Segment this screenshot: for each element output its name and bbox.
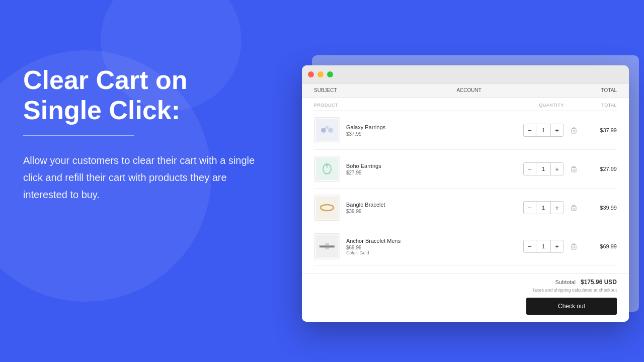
product-info-anchor: Anchor Bracelet Mens $69.99 Color: Gold: [346, 238, 521, 255]
item-total: $37.99: [582, 127, 617, 133]
svg-rect-11: [573, 166, 575, 167]
main-title: Clear Cart on Single Click:: [23, 65, 270, 126]
cart-item: Bangle Bracelet $39.99 − 1 +: [314, 189, 617, 227]
cart-footer: Subtotal $175.96 USD Taxes and shipping …: [302, 273, 629, 322]
svg-point-1: [321, 128, 326, 133]
browser-window: SUBJECT ACCOUNT TOTAL PRODUCT QUANTITY T…: [302, 65, 629, 322]
delete-btn[interactable]: [568, 202, 580, 214]
product-price: $37.99: [346, 131, 521, 137]
checkout-button[interactable]: Check out: [526, 298, 617, 315]
product-price: $27.99: [346, 170, 521, 175]
quantity-wrapper: − 1 +: [521, 124, 582, 137]
left-panel: Clear Cart on Single Click: Allow your c…: [23, 65, 270, 203]
qty-decrease-btn[interactable]: −: [524, 163, 536, 175]
svg-rect-4: [572, 129, 576, 133]
qty-increase-btn[interactable]: +: [551, 240, 563, 252]
quantity-wrapper: − 1 +: [521, 162, 582, 175]
item-total: $39.99: [582, 205, 617, 211]
svg-point-8: [326, 164, 329, 166]
col-header-quantity: QUANTITY: [521, 103, 582, 108]
svg-rect-10: [572, 167, 576, 172]
svg-point-2: [328, 128, 333, 133]
browser-content: SUBJECT ACCOUNT TOTAL PRODUCT QUANTITY T…: [302, 83, 629, 322]
qty-increase-btn[interactable]: +: [551, 124, 563, 136]
col-header-total: TOTAL: [582, 103, 617, 108]
qty-value: 1: [536, 202, 551, 214]
svg-rect-5: [573, 128, 575, 129]
store-account: ACCOUNT: [456, 87, 481, 93]
svg-rect-20: [572, 245, 576, 249]
quantity-wrapper: − 1 +: [521, 240, 582, 253]
product-name: Boho Earrings: [346, 163, 521, 169]
qty-value: 1: [536, 124, 551, 136]
qty-decrease-btn[interactable]: −: [524, 240, 536, 252]
subtotal-row: Subtotal $175.96 USD: [314, 279, 617, 286]
item-total: $27.99: [582, 166, 617, 172]
product-info-bangle: Bangle Bracelet $39.99: [346, 202, 521, 214]
product-info-galaxy: Galaxy Earrings $37.99: [346, 124, 521, 137]
taxes-note: Taxes and shipping calculated at checkou…: [314, 288, 617, 293]
title-divider: [23, 135, 134, 136]
svg-rect-19: [325, 243, 329, 249]
qty-decrease-btn[interactable]: −: [524, 124, 536, 136]
svg-rect-12: [316, 197, 338, 219]
product-price: $39.99: [346, 209, 521, 214]
svg-rect-21: [573, 244, 575, 245]
cart-item: Boho Earrings $27.99 − 1 +: [314, 150, 617, 189]
svg-rect-0: [316, 119, 338, 141]
qty-increase-btn[interactable]: +: [551, 202, 563, 214]
svg-rect-14: [572, 206, 576, 211]
subtotal-value: $175.96 USD: [581, 279, 617, 286]
cart-item: Anchor Bracelet Mens $69.99 Color: Gold …: [314, 227, 617, 266]
quantity-control: − 1 +: [523, 162, 564, 175]
product-name: Galaxy Earrings: [346, 124, 521, 130]
svg-point-3: [326, 126, 329, 129]
subtotal-label: Subtotal: [555, 279, 576, 285]
product-price: $69.99: [346, 245, 521, 250]
delete-btn[interactable]: [568, 124, 580, 136]
browser-titlebar: [302, 65, 629, 83]
product-image-galaxy: [314, 117, 340, 143]
quantity-control: − 1 +: [523, 240, 564, 253]
delete-btn[interactable]: [568, 163, 580, 175]
svg-rect-6: [316, 158, 338, 180]
quantity-wrapper: − 1 +: [521, 201, 582, 214]
qty-value: 1: [536, 240, 551, 252]
traffic-dot-green[interactable]: [327, 71, 333, 77]
store-header: SUBJECT ACCOUNT TOTAL: [302, 83, 629, 98]
svg-rect-15: [573, 205, 575, 206]
store-name: SUBJECT: [314, 87, 337, 93]
product-variant: Color: Gold: [346, 250, 521, 255]
traffic-dot-yellow[interactable]: [317, 71, 324, 77]
qty-decrease-btn[interactable]: −: [524, 202, 536, 214]
product-image-boho: [314, 156, 340, 182]
cart-table-header: PRODUCT QUANTITY TOTAL: [314, 98, 617, 111]
description-text: Allow your customers to clear their cart…: [23, 152, 270, 203]
product-name: Anchor Bracelet Mens: [346, 238, 521, 244]
quantity-control: − 1 +: [523, 124, 564, 137]
product-name: Bangle Bracelet: [346, 202, 521, 208]
store-total-label: TOTAL: [601, 87, 617, 93]
product-image-bangle: [314, 195, 340, 221]
delete-btn[interactable]: [568, 240, 580, 252]
cart-table: PRODUCT QUANTITY TOTAL Galaxy Earrings $…: [302, 98, 629, 266]
quantity-control: − 1 +: [523, 201, 564, 214]
product-info-boho: Boho Earrings $27.99: [346, 163, 521, 175]
qty-increase-btn[interactable]: +: [551, 163, 563, 175]
product-image-anchor: [314, 233, 340, 259]
cart-item: Galaxy Earrings $37.99 − 1 +: [314, 111, 617, 150]
col-header-product: PRODUCT: [314, 103, 521, 108]
item-total: $69.99: [582, 243, 617, 249]
qty-value: 1: [536, 163, 551, 175]
traffic-dot-red[interactable]: [308, 71, 314, 77]
